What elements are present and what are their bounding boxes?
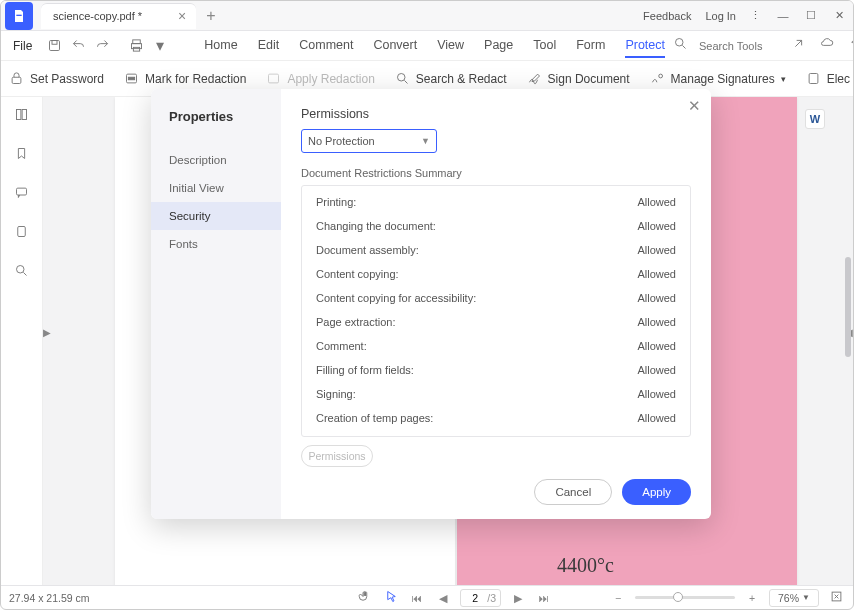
search-icon[interactable] — [671, 36, 689, 55]
svg-point-11 — [397, 74, 405, 82]
undo-icon[interactable] — [68, 36, 88, 56]
search-panel-icon[interactable] — [14, 263, 29, 282]
permissions-detail-button: Permissions — [301, 445, 373, 467]
page-input-group[interactable]: /3 — [460, 589, 501, 607]
svg-rect-17 — [18, 227, 26, 237]
zoom-out-icon[interactable]: − — [609, 592, 627, 604]
restriction-row: Document assembly:Allowed — [316, 238, 676, 262]
electronic-sign-button[interactable]: Elec› — [806, 71, 853, 86]
restriction-row: Printing:Allowed — [316, 190, 676, 214]
svg-rect-16 — [17, 188, 27, 195]
prev-page-icon[interactable]: ◀ — [434, 592, 452, 604]
maximize-button[interactable]: ☐ — [797, 1, 825, 31]
document-tab[interactable]: science-copy.pdf * × — [41, 3, 196, 29]
page-current-input[interactable] — [465, 592, 485, 604]
svg-rect-15 — [22, 110, 26, 120]
restriction-row: Page extraction:Allowed — [316, 310, 676, 334]
svg-rect-3 — [133, 40, 141, 44]
properties-tab-initial-view[interactable]: Initial View — [151, 174, 281, 202]
properties-dialog: Properties DescriptionInitial ViewSecuri… — [151, 89, 711, 519]
chevron-down-icon: ▼ — [421, 136, 430, 146]
svg-rect-7 — [12, 77, 21, 83]
bookmarks-icon[interactable] — [14, 146, 29, 165]
restriction-row: Filling of form fields:Allowed — [316, 358, 676, 382]
last-page-icon[interactable]: ⏭ — [535, 592, 553, 604]
svg-rect-1 — [49, 41, 59, 51]
cloud-icon[interactable] — [817, 36, 835, 55]
svg-rect-10 — [269, 74, 279, 83]
select-tool-icon[interactable] — [382, 589, 400, 606]
word-export-badge[interactable]: W — [805, 109, 825, 129]
svg-rect-13 — [809, 74, 818, 84]
close-window-button[interactable]: ✕ — [825, 1, 853, 31]
properties-tab-description[interactable]: Description — [151, 146, 281, 174]
dropdown-icon[interactable]: ▾ — [150, 36, 170, 56]
handwritten-text: 4400°c — [557, 554, 614, 577]
next-page-icon[interactable]: ▶ — [509, 592, 527, 604]
tab-form[interactable]: Form — [576, 34, 605, 58]
tab-home[interactable]: Home — [204, 34, 237, 58]
fit-page-icon[interactable] — [827, 589, 845, 606]
svg-point-12 — [658, 74, 662, 78]
share-icon[interactable] — [789, 36, 807, 55]
collapse-ribbon-icon[interactable]: ⌃ — [845, 36, 854, 55]
restriction-row: Changing the document:Allowed — [316, 214, 676, 238]
first-page-icon[interactable]: ⏮ — [408, 592, 426, 604]
sign-document-button[interactable]: Sign Document — [527, 71, 630, 86]
save-icon[interactable] — [44, 36, 64, 56]
search-tools-input[interactable] — [699, 40, 779, 52]
tab-page[interactable]: Page — [484, 34, 513, 58]
dialog-sidebar: Properties DescriptionInitial ViewSecuri… — [151, 89, 281, 519]
feedback-link[interactable]: Feedback — [643, 10, 691, 22]
svg-rect-9 — [128, 77, 134, 80]
set-password-button[interactable]: Set Password — [9, 71, 104, 86]
dialog-title: Properties — [169, 109, 281, 124]
page-dimensions: 27.94 x 21.59 cm — [9, 592, 90, 604]
tab-protect[interactable]: Protect — [625, 34, 665, 58]
permissions-label: Permissions — [301, 107, 691, 121]
restriction-row: Creation of temp pages:Allowed — [316, 406, 676, 430]
menu-bar: File ▾ HomeEditCommentConvertViewPageToo… — [1, 31, 853, 61]
svg-rect-2 — [52, 41, 57, 45]
tab-comment[interactable]: Comment — [299, 34, 353, 58]
zoom-value-box[interactable]: 76%▼ — [769, 589, 819, 607]
minimize-button[interactable]: — — [769, 1, 797, 31]
left-rail — [1, 97, 43, 585]
properties-tab-fonts[interactable]: Fonts — [151, 230, 281, 258]
file-menu[interactable]: File — [7, 39, 38, 53]
close-tab-icon[interactable]: × — [178, 8, 186, 24]
svg-point-18 — [17, 266, 25, 274]
attachments-icon[interactable] — [14, 224, 29, 243]
new-tab-button[interactable]: + — [206, 7, 215, 25]
permissions-select[interactable]: No Protection ▼ — [301, 129, 437, 153]
page-total: /3 — [487, 592, 496, 604]
tab-view[interactable]: View — [437, 34, 464, 58]
tab-edit[interactable]: Edit — [258, 34, 280, 58]
zoom-slider[interactable] — [635, 596, 735, 599]
tab-filename: science-copy.pdf * — [53, 10, 142, 22]
vertical-scrollbar[interactable] — [845, 257, 851, 357]
tab-tool[interactable]: Tool — [533, 34, 556, 58]
apply-button[interactable]: Apply — [622, 479, 691, 505]
svg-rect-14 — [17, 110, 21, 120]
expand-left-handle[interactable]: ▶ — [43, 327, 51, 338]
thumbnails-icon[interactable] — [14, 107, 29, 126]
properties-tab-security[interactable]: Security — [151, 202, 281, 230]
comments-icon[interactable] — [14, 185, 29, 204]
mark-redaction-button[interactable]: Mark for Redaction — [124, 71, 246, 86]
search-redact-button[interactable]: Search & Redact — [395, 71, 507, 86]
kebab-menu-icon[interactable]: ⋮ — [750, 9, 761, 22]
tab-convert[interactable]: Convert — [373, 34, 417, 58]
login-link[interactable]: Log In — [705, 10, 736, 22]
manage-signatures-button[interactable]: Manage Signatures▾ — [650, 71, 786, 86]
cancel-button[interactable]: Cancel — [534, 479, 612, 505]
zoom-in-icon[interactable]: + — [743, 592, 761, 604]
hand-tool-icon[interactable] — [356, 589, 374, 606]
restriction-row: Content copying for accessibility:Allowe… — [316, 286, 676, 310]
dialog-close-icon[interactable]: ✕ — [688, 97, 701, 115]
redo-icon[interactable] — [92, 36, 112, 56]
print-icon[interactable] — [126, 36, 146, 56]
restrictions-table: Printing:AllowedChanging the document:Al… — [301, 185, 691, 437]
apply-redaction-button: Apply Redaction — [266, 71, 374, 86]
titlebar: science-copy.pdf * × + Feedback Log In ⋮… — [1, 1, 853, 31]
